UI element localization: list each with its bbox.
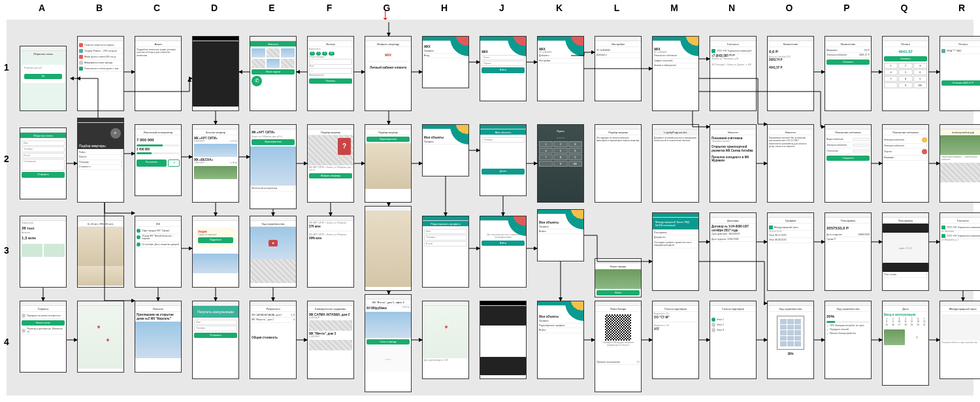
input[interactable]: Имя	[22, 141, 65, 146]
ok-button[interactable]: OK	[24, 74, 62, 79]
catalog-button[interactable]: Каталог услуг	[22, 320, 65, 326]
input[interactable]: Телефон	[194, 326, 237, 331]
scr-Q1[interactable]: Оплата 4041.57 Оплатить 123456789.0⌫	[882, 36, 929, 111]
rent-button[interactable]: Снять в аренду	[367, 339, 410, 344]
pay-button[interactable]: Оплатить 4041.57 P	[941, 80, 980, 86]
floorplan[interactable]	[480, 326, 526, 357]
scr-C2[interactable]: Ипотечный калькулятор 7 000 000 2 450 00…	[135, 124, 182, 196]
scr-C3[interactable]: ЖК Офис продаж ЖК "Сфера" 23 дом ЖК "Нов…	[135, 216, 182, 288]
video[interactable]: ▶	[250, 227, 296, 260]
scr-N3[interactable]: Договоры Договор № V.04-0000-1/07 октябр…	[710, 212, 757, 291]
scr-D2[interactable]: Каталог квартир ЖК «АРТ СИТИ» 3 400 000 …	[192, 124, 239, 203]
card-row[interactable]: VISA **** 9867	[941, 48, 980, 54]
scr-M3[interactable]: Международный Транс ЛКД №700 плановый Пл…	[652, 212, 699, 291]
scr-F2[interactable]: Подбор квартир ? ЖК «АРТ СИТИ» + Казань,…	[307, 124, 354, 203]
scr-Q4[interactable]: Даты Ввод в эксплуатацию 1234567 8910111…	[882, 301, 929, 386]
input[interactable]: E-mail	[424, 241, 467, 246]
send-button[interactable]: Отправить	[194, 333, 237, 338]
scr-R3[interactable]: Контакты ООО «УК Тюрковская компания» ул…	[939, 212, 980, 291]
chars-button[interactable]: Характеристики	[367, 137, 410, 142]
scr-J2[interactable]: Мои объекты Телефон Далее	[480, 124, 527, 196]
scr-A4[interactable]: Сервисы Передача по узлам потерянных Кат…	[20, 301, 67, 373]
scr-H2[interactable]: Мои объекты Профиль›	[422, 124, 469, 176]
r[interactable]: Выйти	[539, 328, 582, 333]
login-button[interactable]: Войти	[482, 241, 525, 246]
s1[interactable]: ЖКХ	[367, 54, 410, 58]
find-button[interactable]: Найти	[596, 290, 640, 295]
scr-Q3[interactable]: Планировка офис 42,41 План этажа›	[882, 212, 929, 291]
scr-L4[interactable]: ОписьТовара Сканируйте QR-код для получе…	[595, 301, 642, 392]
s2[interactable]: Личный кабинет клиента	[367, 66, 410, 70]
map[interactable]	[423, 306, 468, 358]
scr-D3[interactable]: Акция Скидка на квартиры! Подробнее	[192, 216, 239, 288]
scr-E3[interactable]: Ход строительства ▶	[250, 216, 297, 288]
scr-N2[interactable]: Новости Показания счётчиковУважаемые жит…	[710, 124, 757, 203]
scr-A2[interactable]: Обратная связь Имя Телефон E-mail Сообще…	[20, 127, 67, 199]
scr-L3[interactable]: Карта города Найти	[595, 258, 642, 297]
r[interactable]: Прошлое холодного в ЖК Журавли	[711, 156, 755, 163]
scr-M1[interactable]: ЖКХ ЛС №3400402 Показания счётчиков Граф…	[652, 36, 699, 111]
search-icon[interactable]: 🔍	[110, 128, 121, 139]
keypad[interactable]: 1234567890⌫	[539, 141, 582, 167]
plan-svg[interactable]: офис 42,41	[883, 233, 928, 263]
photo[interactable]	[250, 146, 296, 186]
video-thumb[interactable]	[193, 41, 238, 107]
floorplan[interactable]: план	[365, 346, 411, 372]
scr-L1[interactable]: Настройки ЛС №304002 Добавить	[595, 36, 642, 101]
scr-E4[interactable]: Результаты ЖК САЛМА АКТАБВА, дом 22–3 ЖК…	[250, 301, 297, 379]
send-button[interactable]: Отправить	[22, 172, 65, 177]
scr-J3[interactable]: Для получения доступа к сервисам необход…	[480, 216, 527, 288]
scr-Q2[interactable]: Показания счётчиков Электроснабжение Эле…	[882, 124, 929, 203]
scr-P2[interactable]: Показания счётчиков Водоснабжение Электр…	[825, 124, 872, 203]
r[interactable]: Планировка	[654, 231, 697, 235]
scr-B2[interactable]: Подбор квартиры 🔍 Район› Комнат› Площадь…	[77, 118, 124, 203]
scr-J1[interactable]: ЖКХ Логин Пароль Войти	[480, 36, 527, 101]
login-input[interactable]: Логин	[482, 55, 525, 60]
scr-F3[interactable]: ЖК «АРТ СИТИ» + Казань, ул. Н.Ершова376 …	[307, 216, 354, 288]
input[interactable]: Телефон	[22, 146, 65, 152]
next-button[interactable]: Далее	[482, 169, 525, 174]
scr-H1[interactable]: ЖКХ Профиль› Вход›	[422, 36, 469, 88]
interior-photo[interactable]	[78, 227, 123, 266]
scr-K1[interactable]: ЖКХ ЛС №3400402 Добавить Настройки	[537, 36, 584, 101]
scr-A3[interactable]: Подписчиков28 тыс Активных1,3 млн	[20, 216, 67, 288]
save-button[interactable]: Сохранить	[826, 156, 870, 161]
r[interactable]: Документы	[654, 235, 697, 240]
scr-B1[interactable]: Главные новости за неделю Тендер! Ремонт…	[77, 36, 124, 111]
r[interactable]: ЛС №304002	[596, 48, 640, 53]
input[interactable]: Имя	[424, 229, 467, 234]
r[interactable]: Настройки	[539, 59, 582, 63]
r[interactable]: Правила пользования☐	[596, 360, 640, 365]
r[interactable]: План этажа›	[883, 272, 928, 278]
scr-O3[interactable]: Графики Международный транс 42,41 м² 42 …	[767, 212, 814, 291]
scr-N4[interactable]: Список партнёров Этап 1 Этап 2 Этап 3	[710, 301, 757, 379]
scr-B3[interactable]: 6–24 окт. 290–16 чел.	[77, 216, 124, 288]
input[interactable]: Имя	[194, 320, 237, 325]
scr-D1[interactable]	[192, 36, 239, 111]
r[interactable]: Выйти	[539, 229, 582, 234]
scr-J4[interactable]	[480, 301, 527, 379]
r[interactable]: Добавить	[596, 53, 640, 58]
scr-G2[interactable]: Подбор квартир Характеристики	[365, 124, 412, 203]
pay-button[interactable]: Оплатить	[826, 59, 870, 65]
scr-L2[interactable]: Подбор квартир Инструкция по использован…	[595, 124, 642, 203]
scr-R4[interactable]: Международный транс Описание объекта и х…	[939, 301, 980, 379]
interior[interactable]	[365, 143, 411, 189]
call-icon[interactable]: ✆	[252, 76, 262, 86]
choose-button[interactable]: Выбрать квартиру	[309, 173, 352, 178]
scr-K3[interactable]: Мои объекты Профиль Выйти	[537, 209, 584, 261]
r[interactable]: График платежей	[654, 59, 697, 63]
scr-K4[interactable]: Мои объекты Профиль Редактировать профил…	[537, 301, 584, 379]
r[interactable]: Заявки и обращения	[654, 63, 697, 68]
reset-button[interactable]: ↺	[168, 159, 180, 166]
scr-F1[interactable]: Фильтр Комнатность1234+ Общая площадь— Э…	[307, 36, 354, 111]
floorplan[interactable]	[941, 314, 980, 341]
scr-R2[interactable]: territorycomfort.рф Территория комфорта …	[939, 124, 980, 203]
input[interactable]: E-mail	[22, 153, 65, 158]
r[interactable]: Отследить график строительства и передач…	[654, 241, 697, 248]
r[interactable]: Редактировать профиль	[539, 324, 582, 328]
login-button[interactable]: Войти	[482, 67, 525, 73]
scr-C1[interactable]: Акция Подробное описание акции, условия …	[135, 36, 182, 111]
more-button[interactable]: Подробнее	[198, 237, 233, 243]
interior-gallery[interactable]	[365, 211, 411, 287]
